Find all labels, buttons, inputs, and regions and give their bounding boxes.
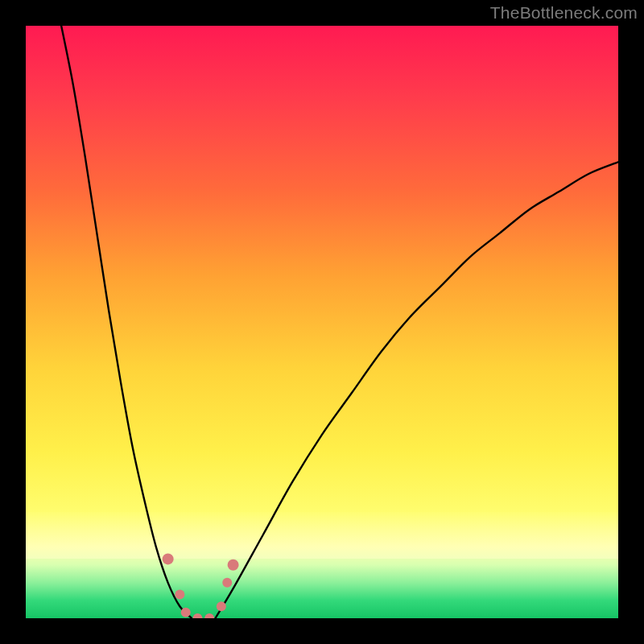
valley-dot <box>163 553 174 564</box>
attribution-text: TheBottleneck.com <box>490 3 638 23</box>
curve-layer <box>26 26 618 618</box>
valley-dot <box>217 601 226 611</box>
valley-dot <box>175 590 184 600</box>
valley-dot <box>222 578 232 588</box>
right-curve <box>216 162 618 618</box>
plot-area <box>26 26 618 618</box>
valley-dots <box>163 553 239 618</box>
valley-dot <box>192 613 202 618</box>
left-curve <box>61 26 192 618</box>
valley-dot <box>181 608 191 617</box>
chart-frame: TheBottleneck.com <box>0 0 644 644</box>
valley-dot <box>228 559 239 571</box>
valley-dot <box>204 613 214 618</box>
